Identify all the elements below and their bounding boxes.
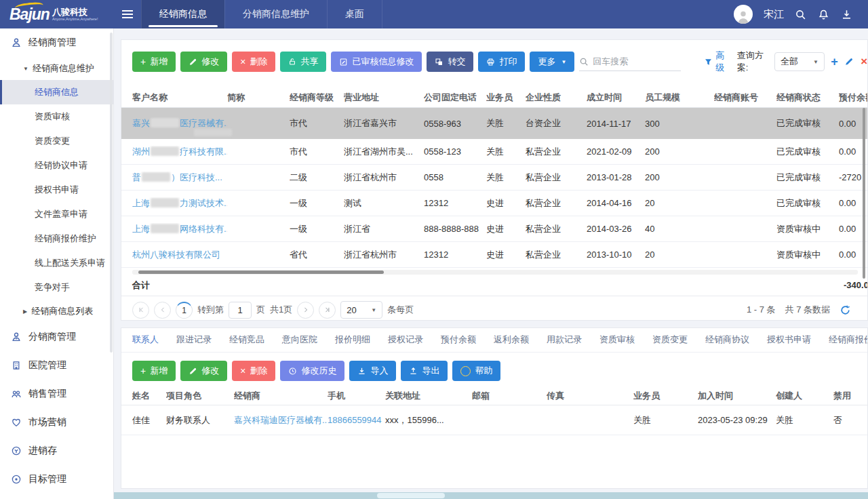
customer-name-link[interactable]: 上海网络科技有... bbox=[132, 224, 227, 234]
table-row[interactable]: 上海力测试技术... 一级 测试 12312 史进 私营企业 2014-04-1… bbox=[121, 191, 867, 216]
cell-salesperson: 关胜 bbox=[486, 146, 526, 158]
sidebar-item[interactable]: 经销商信息 bbox=[0, 80, 113, 104]
advanced-filter[interactable]: 高级 bbox=[704, 49, 728, 74]
current-page-button[interactable]: 1 bbox=[176, 302, 193, 319]
download-icon[interactable] bbox=[841, 8, 853, 20]
prev-page-button[interactable] bbox=[154, 302, 171, 319]
cell-level: 市代 bbox=[290, 146, 344, 158]
table-row[interactable]: 普）医疗科技... 二级 浙江省杭州市 0558 关胜 私营企业 2013-01… bbox=[121, 165, 867, 191]
username[interactable]: 宋江 bbox=[764, 8, 784, 21]
close-icon: × bbox=[240, 366, 245, 376]
edit-button[interactable]: 修改 bbox=[180, 361, 227, 381]
sidebar-group-distributor-mgmt[interactable]: 分销商管理 bbox=[0, 323, 113, 351]
heart-icon bbox=[11, 417, 22, 428]
sidebar-group-inventory[interactable]: 进销存 bbox=[0, 437, 113, 465]
detail-tab[interactable]: 经销商协议 bbox=[705, 334, 749, 353]
sidebar-group-marketing[interactable]: 市场营销 bbox=[0, 408, 113, 437]
audited-edit-button[interactable]: 已审核信息修改 bbox=[331, 52, 422, 72]
redacted-text-line2 bbox=[194, 129, 227, 129]
detail-tab[interactable]: 授权记录 bbox=[388, 334, 423, 353]
detail-tab[interactable]: 资质变更 bbox=[652, 334, 688, 353]
page-horizontal-scrollbar[interactable] bbox=[114, 492, 868, 499]
table-row[interactable]: 上海网络科技有... 一级 浙江省 888-8888-888 史进 私营企业 2… bbox=[121, 216, 867, 242]
sidebar-group-hospital-mgmt[interactable]: 医院管理 bbox=[0, 351, 113, 380]
cell-phone: 12312 bbox=[424, 250, 486, 260]
search-icon[interactable] bbox=[795, 8, 807, 20]
edit-button[interactable]: 修改 bbox=[180, 52, 227, 72]
customer-name-link[interactable]: 杭州八骏科技有限公司 bbox=[132, 250, 220, 260]
cell-staff: 20 bbox=[645, 250, 714, 260]
page-size-select[interactable]: 20 ▼ bbox=[340, 301, 382, 319]
page-scrollbar-thumb[interactable] bbox=[377, 493, 445, 498]
detail-tab[interactable]: 用款记录 bbox=[547, 334, 582, 353]
add-button[interactable]: + 新增 bbox=[132, 52, 176, 72]
sidebar-item[interactable]: 资质审核 bbox=[0, 104, 113, 129]
add-button[interactable]: + 新增 bbox=[132, 361, 176, 381]
sidebar-group-expense-mgmt[interactable]: 费用管理 bbox=[0, 494, 113, 499]
sidebar-submenu-dealer-info[interactable]: ▼ 经销商信息维护 bbox=[0, 57, 113, 80]
topbar-tab[interactable]: 经销商信息 bbox=[141, 0, 224, 28]
hamburger-menu-icon[interactable] bbox=[114, 0, 141, 28]
bell-icon[interactable] bbox=[818, 8, 830, 20]
print-button[interactable]: 打印 bbox=[478, 52, 525, 72]
dealer-link[interactable]: 嘉兴科瑞迪医疗器械有... bbox=[234, 415, 328, 425]
avatar[interactable] bbox=[734, 5, 753, 24]
table-row[interactable]: 杭州八骏科技有限公司 省代 浙江省杭州市 12312 史进 私营企业 2013-… bbox=[121, 242, 867, 268]
detail-tab[interactable]: 资质审核 bbox=[599, 334, 635, 353]
topbar-tab[interactable]: 桌面 bbox=[327, 0, 382, 28]
next-page-button[interactable] bbox=[297, 302, 314, 319]
first-page-button[interactable] bbox=[132, 302, 149, 319]
scheme-edit-icon[interactable] bbox=[844, 56, 854, 67]
table-row[interactable]: 佳佳 财务联系人 嘉兴科瑞迪医疗器械有... 18866559944 xxx，1… bbox=[121, 405, 867, 435]
table-row[interactable]: 嘉兴医疗器械有... 市代 浙江省嘉兴市 0558-963 关胜 台资企业 20… bbox=[121, 108, 867, 139]
share-button[interactable]: 共享 bbox=[280, 52, 326, 72]
cell-status: 已完成审核 bbox=[776, 172, 839, 184]
detail-tab[interactable]: 跟进记录 bbox=[176, 334, 212, 353]
scheme-add-icon[interactable]: + bbox=[830, 56, 840, 67]
sidebar-group-target-mgmt[interactable]: 目标管理 bbox=[0, 465, 113, 494]
detail-tab[interactable]: 返利余额 bbox=[494, 334, 529, 353]
mobile-link[interactable]: 18866559944 bbox=[328, 415, 382, 425]
detail-tab[interactable]: 授权书申请 bbox=[767, 334, 811, 353]
sidebar-item[interactable]: 经销商报价维护 bbox=[0, 226, 113, 251]
sidebar-item[interactable]: 文件盖章申请 bbox=[0, 202, 113, 226]
goto-page-input[interactable] bbox=[229, 302, 252, 319]
topbar-tab[interactable]: 分销商信息维护 bbox=[224, 0, 327, 28]
logo-cn-text: 八骏科技 bbox=[52, 7, 98, 16]
sidebar-group-sales-mgmt[interactable]: 销售管理 bbox=[0, 380, 113, 408]
customer-name-link[interactable]: 普）医疗科技... bbox=[132, 172, 222, 182]
more-button[interactable]: 更多 ▼ bbox=[530, 52, 574, 72]
scheme-delete-icon[interactable]: × bbox=[859, 56, 868, 67]
table-row[interactable]: 湖州疗科技有限... 市代 浙江省湖州市吴... 0558-123 关胜 私营企… bbox=[121, 139, 867, 165]
transfer-button[interactable]: 转交 bbox=[427, 52, 473, 72]
sidebar-item[interactable]: 线上配送关系申请 bbox=[0, 251, 113, 275]
detail-tab[interactable]: 报价明细 bbox=[335, 334, 370, 353]
table-horizontal-scrollbar[interactable] bbox=[132, 270, 858, 275]
help-button[interactable]: 帮助 bbox=[452, 361, 500, 381]
detail-tab[interactable]: 经销商报价 bbox=[829, 334, 867, 353]
detail-tab[interactable]: 意向医院 bbox=[282, 334, 317, 353]
detail-tab[interactable]: 经销竞品 bbox=[229, 334, 264, 353]
history-button[interactable]: 修改历史 bbox=[280, 361, 344, 381]
sidebar-scrollbar[interactable] bbox=[110, 33, 113, 353]
delete-button[interactable]: × 删除 bbox=[232, 361, 275, 381]
delete-button[interactable]: × 删除 bbox=[232, 52, 275, 72]
scheme-select[interactable]: 全部 ▼ bbox=[774, 52, 825, 71]
sidebar-item[interactable]: 经销协议申请 bbox=[0, 153, 113, 178]
last-page-button[interactable] bbox=[319, 302, 336, 319]
sidebar-submenu-dealer-list[interactable]: ▶ 经销商信息列表 bbox=[0, 300, 113, 323]
sidebar-item[interactable]: 资质变更 bbox=[0, 129, 113, 153]
customer-name-link[interactable]: 湖州疗科技有限... bbox=[132, 146, 227, 157]
export-button[interactable]: 导出 bbox=[401, 361, 448, 381]
detail-tab[interactable]: 联系人 bbox=[132, 334, 159, 353]
search-input[interactable] bbox=[593, 56, 681, 66]
import-button[interactable]: 导入 bbox=[349, 361, 396, 381]
sidebar-item[interactable]: 竞争对手 bbox=[0, 275, 113, 300]
refresh-icon[interactable] bbox=[840, 304, 851, 316]
sidebar-item[interactable]: 授权书申请 bbox=[0, 178, 113, 202]
customer-name-link[interactable]: 上海力测试技术... bbox=[132, 198, 227, 208]
sidebar-group-dealer-mgmt[interactable]: 经销商管理 bbox=[0, 28, 113, 57]
table-vertical-scrollbar[interactable] bbox=[863, 108, 865, 279]
detail-tab[interactable]: 预付余额 bbox=[441, 334, 476, 353]
customer-name-link[interactable]: 嘉兴医疗器械有... bbox=[132, 118, 227, 128]
